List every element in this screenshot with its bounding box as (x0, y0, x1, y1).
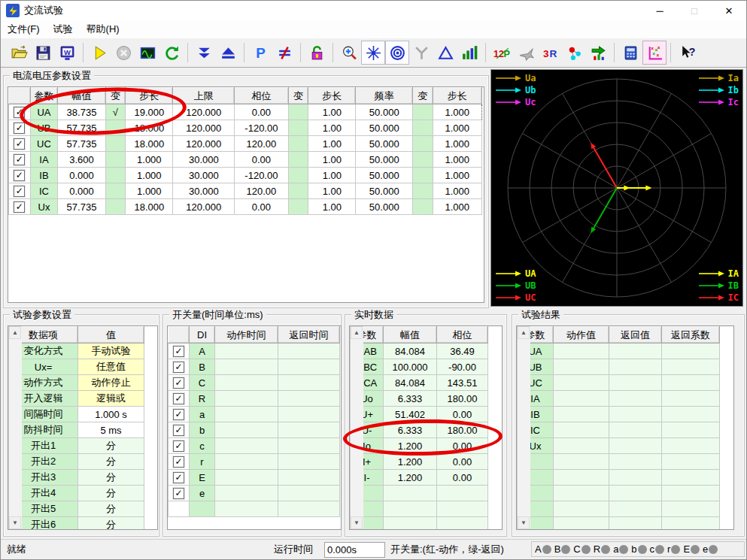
menu-help[interactable]: 帮助(H) (80, 20, 126, 38)
column-header[interactable]: 步长 (433, 88, 481, 104)
vary-flag-cell[interactable] (288, 199, 308, 215)
row-checkbox[interactable]: ✓ (173, 393, 184, 404)
frequency-step-cell[interactable]: 1.000 (433, 168, 481, 183)
amplitude-step-cell[interactable]: 1.000 (126, 183, 173, 199)
jet-button[interactable] (514, 41, 538, 65)
menu-file[interactable]: 文件(F) (1, 20, 47, 38)
amplitude-step-cell[interactable]: 19.000 (126, 104, 173, 120)
radiate-mode-button[interactable] (361, 41, 385, 65)
power-p-button[interactable]: P (248, 41, 272, 65)
vary-flag-cell[interactable] (413, 152, 433, 168)
phase-cell[interactable]: 120.00 (235, 183, 288, 199)
column-header[interactable]: 上限 (173, 88, 235, 104)
vary-flag-cell[interactable] (288, 104, 308, 120)
harmonic-bars-button[interactable] (457, 41, 481, 65)
vary-flag-cell[interactable] (288, 136, 308, 152)
phase-cell[interactable]: -120.00 (235, 120, 288, 136)
upper-limit-cell[interactable]: 30.000 (173, 183, 235, 199)
value-cell[interactable]: 1.000 s (78, 407, 144, 422)
row-checkbox[interactable]: ✓ (14, 154, 25, 165)
scroll-up-icon[interactable]: ▲ (351, 326, 363, 339)
output-levels-button[interactable] (586, 41, 610, 65)
column-header[interactable]: 动作时间 (215, 327, 278, 344)
amplitude-cell[interactable]: 3.600 (58, 152, 105, 168)
vector-group-button[interactable] (562, 41, 586, 65)
column-header[interactable] (9, 88, 31, 104)
close-button[interactable]: ✕ (712, 1, 746, 20)
column-header[interactable]: 变 (288, 88, 308, 104)
vary-flag-cell[interactable] (413, 168, 433, 183)
upper-limit-cell[interactable]: 120.000 (173, 136, 235, 152)
row-checkbox[interactable]: ✓ (173, 488, 184, 499)
value-cell[interactable]: 手动试验 (78, 344, 144, 359)
column-header[interactable]: 变 (105, 88, 126, 104)
vary-flag-cell[interactable] (288, 168, 308, 183)
row-checkbox[interactable]: ✓ (173, 472, 184, 483)
column-header[interactable]: 参数 (30, 88, 58, 104)
menu-test[interactable]: 试验 (47, 20, 80, 38)
vary-flag-cell[interactable] (288, 183, 308, 199)
phase-invert-button[interactable] (272, 41, 296, 65)
vary-flag-cell[interactable] (413, 120, 433, 136)
amplitude-cell[interactable]: 57.735 (58, 120, 105, 136)
phase-step-cell[interactable]: 1.00 (308, 120, 356, 136)
reset-button[interactable] (159, 41, 184, 65)
scroll-down-icon[interactable]: ▼ (351, 516, 363, 529)
column-header[interactable]: 返回时间 (278, 327, 340, 344)
amplitude-cell[interactable]: 0.000 (58, 168, 105, 183)
amplitude-step-cell[interactable]: 18.000 (126, 120, 173, 136)
stop-test-button[interactable] (111, 41, 135, 65)
column-header[interactable]: 频率 (356, 88, 413, 104)
vary-flag-cell[interactable] (105, 152, 126, 168)
upper-limit-cell[interactable]: 30.000 (173, 152, 235, 168)
column-header[interactable]: 幅值 (58, 88, 105, 104)
vary-flag-cell[interactable] (288, 152, 308, 168)
scroll-down-icon[interactable]: ▼ (518, 516, 530, 529)
amplitude-step-cell[interactable]: 18.000 (126, 199, 173, 215)
row-checkbox[interactable]: ✓ (173, 346, 184, 357)
phase-step-cell[interactable]: 1.00 (308, 199, 356, 215)
value-cell[interactable]: 动作停止 (78, 375, 144, 391)
value-cell[interactable]: 分 (78, 438, 144, 454)
upper-limit-cell[interactable]: 120.000 (173, 104, 235, 120)
frequency-cell[interactable]: 50.000 (356, 120, 413, 136)
value-cell[interactable]: 5 ms (78, 422, 144, 438)
frequency-cell[interactable]: 50.000 (356, 152, 413, 168)
amplitude-step-cell[interactable]: 1.000 (126, 152, 173, 168)
phase-step-cell[interactable]: 1.00 (308, 183, 356, 199)
wye-connection-button[interactable] (409, 41, 433, 65)
context-help-button[interactable]: ? (675, 41, 699, 65)
phase-cell[interactable]: 120.00 (235, 136, 288, 152)
phase-step-cell[interactable]: 1.00 (308, 136, 356, 152)
value-cell[interactable]: 任意值 (78, 359, 144, 375)
row-checkbox[interactable]: ✓ (14, 201, 25, 213)
row-checkbox[interactable]: ✓ (14, 138, 25, 150)
decrease-output-button[interactable] (192, 41, 216, 65)
column-header[interactable]: 步长 (126, 88, 173, 104)
value-cell[interactable]: 逻辑或 (78, 391, 144, 407)
column-header[interactable] (169, 327, 190, 344)
frequency-step-cell[interactable]: 1.000 (433, 104, 481, 120)
maximize-button[interactable]: □ (677, 1, 712, 20)
twelve-phase-button[interactable]: 12P (490, 41, 514, 65)
test-params-scrollbar[interactable]: ▲ ▼ (8, 326, 22, 529)
column-header[interactable]: 动作值 (554, 327, 609, 344)
frequency-cell[interactable]: 50.000 (356, 168, 413, 183)
upper-limit-cell[interactable]: 120.000 (173, 199, 235, 215)
vary-flag-cell[interactable]: √ (105, 104, 126, 120)
value-cell[interactable]: 分 (78, 470, 144, 486)
upper-limit-cell[interactable]: 30.000 (173, 168, 235, 183)
frequency-cell[interactable]: 50.000 (356, 199, 413, 215)
value-cell[interactable]: 分 (78, 486, 144, 501)
phase-step-cell[interactable]: 1.00 (308, 168, 356, 183)
export-report-button[interactable]: W (55, 41, 79, 65)
row-checkbox[interactable]: ✓ (173, 425, 184, 436)
vary-flag-cell[interactable] (413, 199, 433, 215)
delta-connection-button[interactable] (433, 41, 457, 65)
column-header[interactable]: 值 (78, 327, 144, 344)
phase-step-cell[interactable]: 1.00 (308, 104, 356, 120)
amplitude-cell[interactable]: 0.000 (58, 183, 105, 199)
results-scrollbar[interactable]: ▲ ▼ (517, 326, 530, 529)
column-header[interactable]: 返回系数 (662, 327, 720, 344)
frequency-step-cell[interactable]: 1.000 (433, 136, 481, 152)
